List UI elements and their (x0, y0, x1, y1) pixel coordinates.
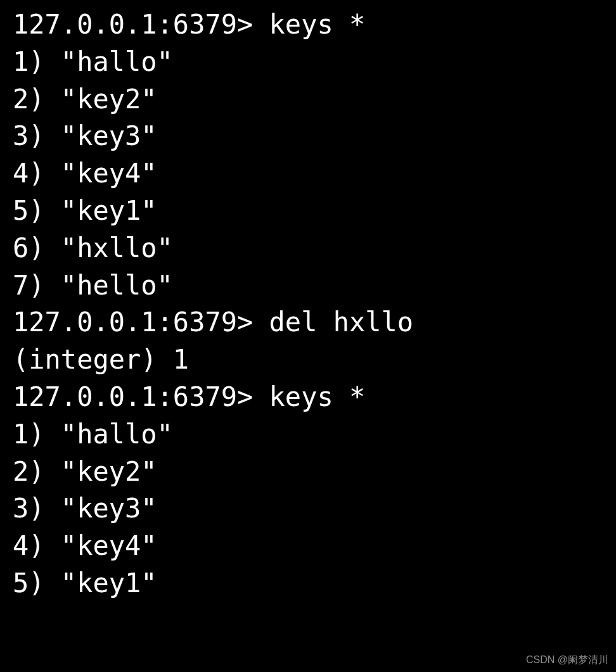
output-line: 5) "key1" (13, 565, 603, 602)
output-line: 3) "key3" (13, 118, 603, 155)
command-line[interactable]: 127.0.0.1:6379> keys * (13, 379, 603, 416)
output-line: 5) "key1" (13, 193, 603, 230)
output-line: 2) "key2" (13, 453, 603, 491)
command-text: keys * (269, 9, 366, 40)
output-line: 6) "hxllo" (13, 230, 603, 267)
output-line: 3) "key3" (13, 490, 603, 528)
output-line: 2) "key2" (13, 81, 603, 118)
output-line: 4) "key4" (13, 528, 603, 565)
output-line: 4) "key4" (13, 155, 603, 193)
command-line[interactable]: 127.0.0.1:6379> del hxllo (13, 304, 603, 341)
output-line: (integer) 1 (13, 341, 603, 379)
prompt: 127.0.0.1:6379> (13, 307, 269, 338)
output-line: 1) "hallo" (13, 44, 603, 81)
prompt: 127.0.0.1:6379> (13, 9, 269, 40)
command-text: keys * (269, 381, 366, 412)
prompt: 127.0.0.1:6379> (13, 381, 269, 412)
output-line: 1) "hallo" (13, 416, 603, 453)
command-line[interactable]: 127.0.0.1:6379> keys * (13, 6, 603, 44)
watermark: CSDN @阑梦清川 (526, 653, 608, 667)
output-line: 7) "hello" (13, 267, 603, 305)
command-text: del hxllo (269, 307, 414, 338)
terminal-output: 127.0.0.1:6379> keys * 1) "hallo" 2) "ke… (13, 6, 603, 602)
